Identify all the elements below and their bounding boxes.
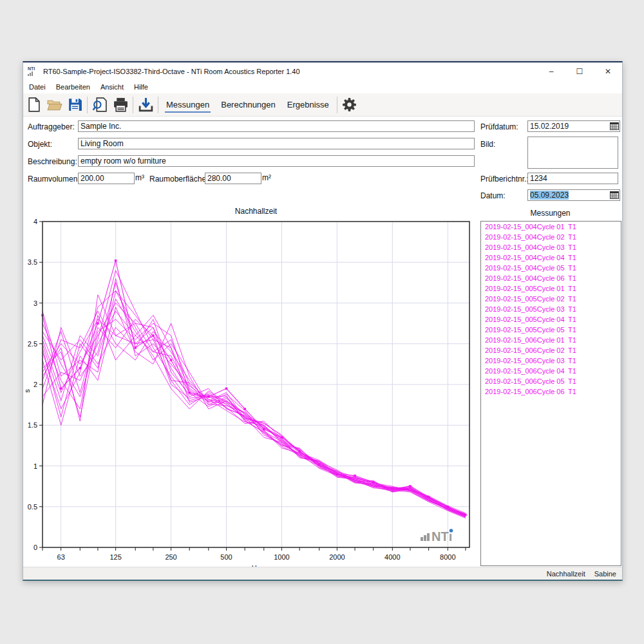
close-button[interactable]: ✕ bbox=[594, 62, 622, 80]
open-file-button[interactable] bbox=[44, 95, 64, 115]
rt60-series bbox=[43, 295, 466, 514]
list-item[interactable]: 2019-02-15_005Cycle 02T1 bbox=[481, 294, 621, 304]
list-item-type: T1 bbox=[568, 346, 576, 354]
status-method: Sabine bbox=[594, 570, 616, 578]
list-item[interactable]: 2019-02-15_006Cycle 02T1 bbox=[481, 345, 621, 355]
pruefdatum-field[interactable]: 15.02.2019 bbox=[527, 120, 620, 132]
pruefberichtnr-label: Prüfberichtnr.: bbox=[480, 175, 529, 184]
svg-text:2.5: 2.5 bbox=[28, 340, 37, 348]
list-item[interactable]: 2019-02-15_005Cycle 03T1 bbox=[481, 304, 621, 314]
svg-text:1: 1 bbox=[33, 462, 37, 470]
list-item[interactable]: 2019-02-15_006Cycle 05T1 bbox=[481, 376, 621, 386]
svg-text:2000: 2000 bbox=[329, 553, 345, 561]
gear-icon bbox=[341, 97, 357, 113]
list-item[interactable]: 2019-02-15_006Cycle 03T1 bbox=[481, 355, 621, 366]
rt60-series bbox=[43, 291, 466, 518]
minimize-button[interactable]: – bbox=[537, 62, 565, 80]
open-folder-icon bbox=[46, 97, 62, 113]
tab-messungen[interactable]: Messungen bbox=[162, 97, 213, 112]
calendar-icon[interactable] bbox=[609, 122, 620, 131]
save-button[interactable] bbox=[64, 95, 85, 115]
new-document-button[interactable] bbox=[23, 95, 44, 115]
list-item-name: 2019-02-15_006Cycle 04 bbox=[485, 366, 568, 376]
list-item[interactable]: 2019-02-15_004Cycle 01T1 bbox=[481, 222, 621, 232]
svg-text:2: 2 bbox=[33, 381, 37, 388]
list-item[interactable]: 2019-02-15_006Cycle 01T1 bbox=[481, 335, 621, 345]
measurement-list: 2019-02-15_004Cycle 01T12019-02-15_004Cy… bbox=[480, 221, 621, 566]
svg-text:NTı: NTı bbox=[431, 529, 452, 544]
menu-datei[interactable]: Datei bbox=[23, 83, 51, 91]
beschreibung-input[interactable] bbox=[78, 155, 475, 167]
status-bar: Nachhallzeit Sabine bbox=[23, 567, 622, 580]
settings-button[interactable] bbox=[339, 95, 360, 115]
auftraggeber-input[interactable] bbox=[78, 120, 475, 132]
raumoberflaeche-unit: m² bbox=[262, 173, 271, 182]
save-floppy-icon bbox=[67, 97, 83, 113]
list-item[interactable]: 2019-02-15_006Cycle 06T1 bbox=[481, 386, 621, 397]
calendar-icon[interactable] bbox=[609, 191, 620, 200]
app-window: NTI RT60-Sample-Project-ISO3382-Third-Oc… bbox=[23, 61, 623, 581]
datum-value: 05.09.2023 bbox=[530, 191, 569, 200]
menu-bearbeiten[interactable]: Bearbeiten bbox=[51, 83, 95, 91]
maximize-button[interactable]: ☐ bbox=[565, 62, 594, 80]
list-item-type: T1 bbox=[568, 285, 576, 292]
tab-ergebnisse[interactable]: Ergebnisse bbox=[283, 97, 333, 112]
list-item[interactable]: 2019-02-15_004Cycle 04T1 bbox=[481, 252, 621, 263]
rt60-series bbox=[43, 316, 466, 518]
measurements-title: Messungen bbox=[480, 209, 620, 218]
export-button[interactable] bbox=[135, 95, 156, 115]
list-item[interactable]: 2019-02-15_005Cycle 04T1 bbox=[481, 314, 621, 325]
raumvolumen-input[interactable] bbox=[78, 173, 135, 184]
export-download-icon bbox=[138, 97, 154, 113]
rt60-series bbox=[43, 319, 466, 515]
list-item-type: T1 bbox=[568, 254, 576, 261]
svg-text:3.5: 3.5 bbox=[28, 258, 37, 266]
raumvolumen-label: Raumvolumen: bbox=[28, 175, 80, 184]
raumoberflaeche-label: Raumoberfläche: bbox=[149, 175, 208, 184]
list-item-name: 2019-02-15_005Cycle 01 bbox=[485, 283, 568, 294]
print-preview-icon bbox=[92, 97, 108, 113]
menu-ansicht[interactable]: Ansicht bbox=[95, 83, 129, 91]
list-item[interactable]: 2019-02-15_004Cycle 05T1 bbox=[481, 263, 621, 273]
pruefdatum-label: Prüfdatum: bbox=[480, 122, 518, 131]
toolbar-separator bbox=[87, 97, 88, 113]
list-item-name: 2019-02-15_006Cycle 06 bbox=[485, 386, 568, 397]
raumvolumen-unit: m³ bbox=[135, 173, 144, 182]
print-button[interactable] bbox=[110, 95, 131, 115]
app-icon: NTI bbox=[28, 66, 39, 77]
pruefberichtnr-input[interactable] bbox=[527, 173, 618, 184]
svg-text:125: 125 bbox=[109, 553, 121, 561]
list-item-name: 2019-02-15_006Cycle 01 bbox=[485, 335, 568, 345]
list-item-name: 2019-02-15_004Cycle 06 bbox=[485, 273, 568, 283]
toolbar-separator bbox=[337, 97, 337, 113]
print-preview-button[interactable] bbox=[90, 95, 110, 115]
menu-hilfe[interactable]: Hilfe bbox=[129, 83, 153, 91]
toolbar-separator bbox=[133, 97, 133, 113]
list-item[interactable]: 2019-02-15_005Cycle 05T1 bbox=[481, 325, 621, 335]
list-item-name: 2019-02-15_006Cycle 05 bbox=[485, 376, 568, 386]
list-item-type: T1 bbox=[568, 233, 576, 241]
list-item-type: T1 bbox=[568, 316, 576, 323]
list-item-name: 2019-02-15_005Cycle 02 bbox=[485, 294, 568, 304]
rt60-series bbox=[43, 311, 466, 515]
list-item[interactable]: 2019-02-15_004Cycle 06T1 bbox=[481, 273, 621, 283]
list-item[interactable]: 2019-02-15_004Cycle 02T1 bbox=[481, 232, 621, 242]
svg-text:1000: 1000 bbox=[274, 553, 289, 561]
list-item[interactable]: 2019-02-15_005Cycle 01T1 bbox=[481, 283, 621, 294]
tab-berechnungen[interactable]: Berechnungen bbox=[217, 97, 279, 112]
bild-box[interactable] bbox=[527, 137, 618, 169]
svg-text:500: 500 bbox=[220, 553, 232, 561]
rt60-chart: 00.511.522.533.5463125250500100020004000… bbox=[23, 217, 480, 573]
rt60-series bbox=[43, 319, 466, 516]
list-item[interactable]: 2019-02-15_006Cycle 04T1 bbox=[481, 366, 621, 376]
list-item[interactable]: 2019-02-15_004Cycle 03T1 bbox=[481, 242, 621, 252]
window-title: RT60-Sample-Project-ISO3382-Third-Octave… bbox=[43, 68, 300, 75]
objekt-input[interactable] bbox=[78, 138, 475, 149]
datum-field[interactable]: 05.09.2023 bbox=[527, 189, 620, 201]
objekt-label: Objekt: bbox=[28, 140, 52, 149]
svg-text:s: s bbox=[23, 389, 31, 393]
rt60-series bbox=[43, 283, 466, 516]
list-item-type: T1 bbox=[568, 377, 576, 385]
raumoberflaeche-input[interactable] bbox=[205, 173, 261, 184]
list-item-name: 2019-02-15_004Cycle 01 bbox=[485, 222, 568, 232]
